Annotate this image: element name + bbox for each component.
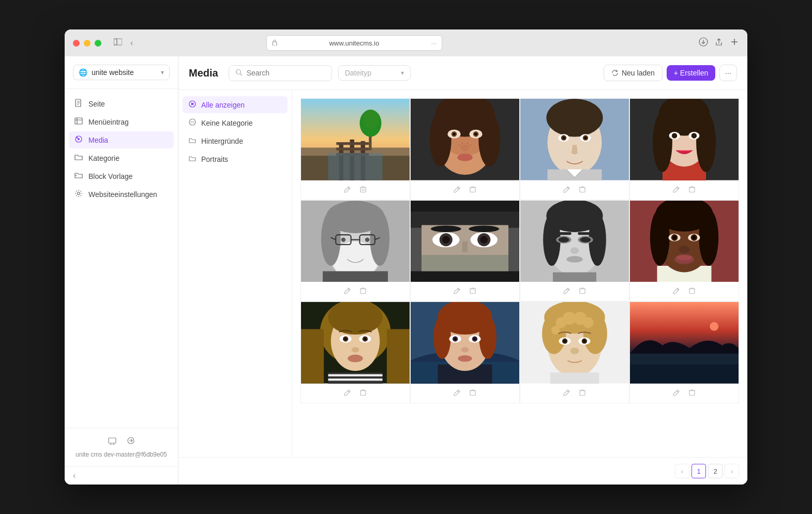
delete-btn-11[interactable] bbox=[579, 389, 586, 398]
sidebar-collapse[interactable]: ‹ bbox=[65, 466, 178, 485]
delete-btn-12[interactable] bbox=[688, 389, 696, 398]
footer-user-text: unite cms dev-master@f6db9e05 bbox=[76, 451, 167, 458]
delete-btn-2[interactable] bbox=[469, 186, 476, 194]
svg-rect-20 bbox=[109, 438, 116, 443]
edit-btn-1[interactable] bbox=[344, 186, 351, 194]
media-thumb-11[interactable] bbox=[520, 302, 629, 384]
logout-btn[interactable] bbox=[127, 436, 135, 447]
edit-btn-8[interactable] bbox=[673, 287, 680, 296]
category-item-keine[interactable]: Keine Kategorie bbox=[183, 114, 288, 131]
delete-btn-3[interactable] bbox=[579, 186, 586, 194]
svg-point-16 bbox=[78, 138, 80, 140]
traffic-light-yellow[interactable] bbox=[84, 40, 91, 47]
preview-btn[interactable] bbox=[108, 436, 116, 447]
new-tab-btn[interactable] bbox=[730, 37, 739, 49]
svg-point-98 bbox=[370, 211, 389, 266]
sidebar-item-websiteeinstellungen[interactable]: Websiteeinstellungen bbox=[69, 186, 174, 203]
category-label-alle: Alle anzeigen bbox=[201, 101, 245, 109]
edit-btn-2[interactable] bbox=[454, 186, 461, 194]
media-thumb-5[interactable] bbox=[301, 201, 410, 282]
category-item-portraits[interactable]: Portraits bbox=[183, 150, 288, 168]
edit-btn-10[interactable] bbox=[454, 389, 461, 398]
media-actions-5 bbox=[301, 282, 410, 301]
edit-btn-11[interactable] bbox=[563, 389, 570, 398]
svg-point-113 bbox=[431, 225, 461, 232]
create-button[interactable]: + Erstellen bbox=[667, 65, 716, 81]
filetype-dropdown[interactable]: Dateityp ▾ bbox=[338, 65, 411, 81]
delete-btn-9[interactable] bbox=[359, 389, 367, 398]
edit-btn-3[interactable] bbox=[563, 186, 570, 194]
media-thumb-9[interactable] bbox=[301, 302, 410, 384]
search-input[interactable] bbox=[247, 69, 325, 77]
media-thumb-8[interactable] bbox=[630, 201, 739, 282]
svg-rect-196 bbox=[470, 390, 475, 395]
svg-point-61 bbox=[461, 143, 463, 144]
delete-btn-10[interactable] bbox=[469, 389, 476, 398]
backgrounds-folder-icon bbox=[188, 137, 197, 145]
media-thumb-4[interactable] bbox=[630, 99, 739, 180]
traffic-light-red[interactable] bbox=[73, 40, 80, 47]
pagination-prev[interactable]: ‹ bbox=[675, 464, 689, 478]
delete-btn-1[interactable] bbox=[359, 186, 367, 194]
edit-btn-5[interactable] bbox=[344, 287, 351, 296]
sidebar-item-menueeintrag[interactable]: Menüeintrag bbox=[69, 113, 174, 130]
delete-btn-8[interactable] bbox=[688, 287, 696, 296]
pagination-page-2[interactable]: 2 bbox=[708, 464, 723, 478]
media-thumb-10[interactable] bbox=[411, 302, 519, 384]
sidebar-item-media[interactable]: Media bbox=[69, 131, 174, 148]
svg-rect-79 bbox=[580, 187, 585, 192]
svg-line-123 bbox=[458, 289, 459, 291]
reload-button[interactable]: Neu laden bbox=[604, 65, 663, 81]
svg-rect-138 bbox=[553, 272, 596, 282]
sidebar-toggle-btn[interactable] bbox=[112, 37, 124, 49]
main-content: Media Dateityp ▾ bbox=[178, 56, 747, 485]
edit-btn-9[interactable] bbox=[344, 389, 351, 398]
edit-btn-12[interactable] bbox=[673, 389, 680, 398]
delete-btn-7[interactable] bbox=[579, 287, 586, 296]
edit-btn-7[interactable] bbox=[563, 287, 570, 296]
more-button[interactable]: ··· bbox=[719, 65, 737, 81]
traffic-light-green[interactable] bbox=[95, 40, 101, 47]
workspace-selector[interactable]: 🌐 unite website ▾ bbox=[73, 65, 170, 80]
media-thumb-7[interactable] bbox=[520, 201, 629, 282]
svg-rect-121 bbox=[462, 241, 468, 252]
media-thumb-2[interactable] bbox=[411, 99, 519, 180]
collapse-btn[interactable]: ‹ bbox=[73, 471, 76, 480]
sidebar-item-block-vorlage[interactable]: Block Vorlage bbox=[69, 168, 174, 185]
share-btn[interactable] bbox=[714, 37, 724, 49]
sidebar-item-label-websiteeinstellungen: Websiteeinstellungen bbox=[88, 190, 157, 199]
sidebar-item-seite[interactable]: Seite bbox=[69, 95, 174, 112]
category-label-hintergruende: Hintergründe bbox=[201, 137, 243, 145]
svg-rect-67 bbox=[470, 187, 475, 192]
svg-rect-140 bbox=[580, 289, 585, 294]
download-btn[interactable] bbox=[699, 37, 708, 49]
media-thumb-12[interactable] bbox=[630, 302, 739, 384]
edit-btn-4[interactable] bbox=[673, 186, 680, 194]
pagination: ‹ 1 2 › bbox=[178, 457, 747, 485]
svg-point-85 bbox=[653, 112, 672, 172]
delete-btn-5[interactable] bbox=[359, 287, 367, 296]
category-item-hintergruende[interactable]: Hintergründe bbox=[183, 132, 288, 149]
media-thumb-3[interactable] bbox=[520, 99, 629, 180]
svg-rect-38 bbox=[336, 148, 369, 150]
svg-line-176 bbox=[348, 390, 350, 392]
media-thumb-1[interactable] bbox=[301, 99, 410, 180]
svg-point-169 bbox=[344, 338, 347, 340]
media-cell-3 bbox=[520, 98, 629, 200]
category-item-alle[interactable]: Alle anzeigen bbox=[183, 96, 288, 113]
pagination-next[interactable]: › bbox=[725, 464, 739, 478]
pagination-page-1[interactable]: 1 bbox=[691, 464, 706, 478]
svg-rect-174 bbox=[328, 374, 383, 376]
media-thumb-6[interactable] bbox=[411, 201, 519, 282]
svg-rect-45 bbox=[360, 187, 366, 192]
delete-btn-6[interactable] bbox=[469, 287, 476, 296]
delete-btn-4[interactable] bbox=[688, 186, 696, 194]
search-icon bbox=[235, 69, 243, 78]
back-btn[interactable]: ‹ bbox=[128, 37, 135, 49]
svg-rect-1 bbox=[114, 39, 122, 45]
edit-btn-6[interactable] bbox=[454, 287, 461, 296]
svg-rect-158 bbox=[689, 289, 695, 294]
sidebar-item-kategorie[interactable]: Kategorie bbox=[69, 149, 174, 167]
svg-point-25 bbox=[236, 69, 240, 74]
media-icon bbox=[74, 135, 83, 145]
